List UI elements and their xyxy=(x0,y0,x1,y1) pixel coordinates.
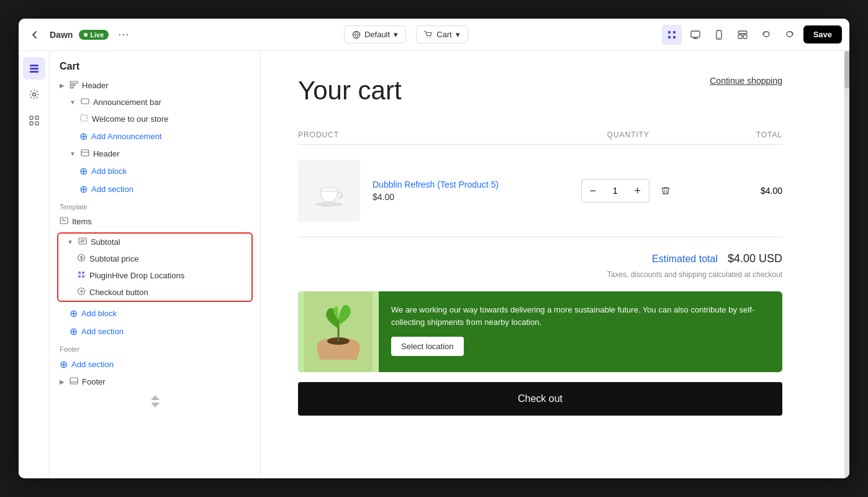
items-label: Items xyxy=(72,217,92,226)
add-section-label-1: Add section xyxy=(91,185,133,194)
svg-point-37 xyxy=(315,202,343,207)
footer-label: Footer xyxy=(82,377,106,386)
sidebar-item-pluginhive[interactable]: PluginHive Drop Locations xyxy=(58,267,251,284)
delete-item-button[interactable] xyxy=(656,181,676,201)
layout-button[interactable] xyxy=(733,25,753,45)
svg-rect-30 xyxy=(78,271,81,274)
cart-summary: Estimated total $4.00 USD Taxes, discoun… xyxy=(298,252,782,416)
svg-rect-11 xyxy=(738,35,742,39)
product-name[interactable]: Dubblin Refresh (Test Product 5) xyxy=(373,180,499,189)
sidebar-item-announcement-bar[interactable]: ▼ Announcement bar xyxy=(50,94,260,111)
svg-rect-24 xyxy=(81,99,89,104)
sidebar-item-checkout-button[interactable]: Checkout button xyxy=(58,284,251,301)
svg-point-9 xyxy=(718,37,720,38)
redo-button[interactable] xyxy=(780,25,800,45)
cart-title: Your cart xyxy=(298,76,402,106)
header-label: Header xyxy=(93,149,120,158)
item-total: $4.00 xyxy=(694,186,782,196)
sidebar-item-welcome[interactable]: Welcome to our store xyxy=(50,111,260,127)
sidebar-item-add-footer-section[interactable]: ⊕ Add section xyxy=(50,355,260,373)
svg-rect-31 xyxy=(82,271,84,274)
product-image xyxy=(298,160,360,222)
svg-rect-21 xyxy=(70,81,78,83)
theme-name: Dawn xyxy=(50,30,73,40)
topbar: Dawn Live ··· Default ▾ Cart ▾ xyxy=(19,19,849,51)
add-block-button-1[interactable]: ⊕ Add block xyxy=(50,162,260,180)
svg-rect-18 xyxy=(35,116,38,119)
svg-rect-10 xyxy=(738,31,747,34)
subtotal-label: Subtotal xyxy=(91,237,120,247)
quantity-decrease-button[interactable]: − xyxy=(582,180,604,202)
quantity-increase-button[interactable]: + xyxy=(626,180,649,202)
svg-point-38 xyxy=(320,188,338,192)
sidebar-item-items[interactable]: Items xyxy=(50,213,260,230)
sidebar-apps-icon[interactable] xyxy=(23,109,45,132)
undo-button[interactable] xyxy=(756,25,776,45)
mobile-view-button[interactable] xyxy=(709,25,729,45)
save-button[interactable]: Save xyxy=(803,25,842,43)
total-col-header: TOTAL xyxy=(694,130,782,139)
taxes-note: Taxes, discounts and shipping calculated… xyxy=(298,270,782,279)
checkout-button-label: Checkout button xyxy=(89,288,148,297)
svg-rect-14 xyxy=(30,68,38,70)
svg-rect-17 xyxy=(30,116,33,119)
svg-rect-19 xyxy=(30,122,33,125)
svg-rect-23 xyxy=(70,87,73,88)
quantity-value: 1 xyxy=(604,186,626,196)
welcome-label: Welcome to our store xyxy=(92,114,168,124)
svg-rect-25 xyxy=(81,115,87,121)
desktop-view-button[interactable] xyxy=(685,25,705,45)
subtotal-group: ▼ Subtotal Subtotal price xyxy=(57,232,253,302)
chevron-down-icon: ▾ xyxy=(394,30,398,39)
svg-rect-35 xyxy=(70,378,78,384)
sidebar-settings-icon[interactable] xyxy=(23,83,45,106)
green-banner: We are working our way towards deliverin… xyxy=(298,291,782,372)
add-section-button-1[interactable]: ⊕ Add section xyxy=(50,180,260,198)
green-banner-text: We are working our way towards deliverin… xyxy=(391,304,770,328)
add-block-label-1: Add block xyxy=(91,166,127,176)
checkout-button[interactable]: Check out xyxy=(298,382,782,416)
add-announcement-label: Add Announcement xyxy=(91,132,161,141)
svg-rect-33 xyxy=(82,275,84,278)
add-block-label-2: Add block xyxy=(81,309,117,318)
svg-rect-32 xyxy=(78,275,81,278)
svg-rect-7 xyxy=(691,31,700,37)
cart-dropdown[interactable]: Cart ▾ xyxy=(416,25,468,43)
announcement-bar-label: Announcement bar xyxy=(93,98,161,107)
svg-rect-3 xyxy=(668,31,671,34)
select-location-button[interactable]: Select location xyxy=(391,337,464,356)
svg-rect-5 xyxy=(668,36,671,39)
add-section-footer-label: Add section xyxy=(71,360,114,369)
continue-shopping-link[interactable]: Continue shopping xyxy=(710,76,782,86)
quantity-col-header: QUANTITY xyxy=(562,130,694,139)
more-menu-button[interactable]: ··· xyxy=(115,26,132,43)
live-badge: Live xyxy=(79,30,109,40)
select-tool-button[interactable] xyxy=(662,25,682,45)
default-dropdown[interactable]: Default ▾ xyxy=(344,25,406,43)
footer-section-label: Footer xyxy=(50,340,260,355)
svg-rect-26 xyxy=(81,150,89,156)
chevron-down-icon: ▾ xyxy=(456,30,460,39)
sidebar-item-header[interactable]: ▼ Header xyxy=(50,145,260,162)
add-announcement-button[interactable]: ⊕ Add Announcement xyxy=(50,127,260,145)
sidebar-item-header-section[interactable]: ▶ Header xyxy=(50,77,260,94)
back-button[interactable] xyxy=(26,26,43,43)
svg-point-1 xyxy=(428,37,428,37)
add-block-button-2[interactable]: ⊕ Add block xyxy=(50,304,260,322)
estimated-value: $4.00 USD xyxy=(728,252,782,265)
sidebar-item-subtotal-price[interactable]: Subtotal price xyxy=(58,250,251,267)
add-section-button-2[interactable]: ⊕ Add section xyxy=(50,322,260,340)
sidebar-item-footer[interactable]: ▶ Footer xyxy=(50,373,260,390)
green-banner-image xyxy=(298,291,379,372)
preview-frame: Your cart Continue shopping PRODUCT QUAN… xyxy=(261,51,844,478)
svg-point-16 xyxy=(32,93,35,96)
svg-rect-20 xyxy=(35,122,38,125)
product-col-header: PRODUCT xyxy=(298,130,562,139)
sidebar-sections-icon[interactable] xyxy=(23,57,45,80)
preview-scrollbar[interactable] xyxy=(844,51,849,478)
product-price: $4.00 xyxy=(373,192,499,202)
svg-rect-13 xyxy=(30,65,38,66)
cart-table-header: PRODUCT QUANTITY TOTAL xyxy=(298,125,782,145)
estimated-label: Estimated total xyxy=(652,253,718,265)
sidebar-item-subtotal[interactable]: ▼ Subtotal xyxy=(58,234,251,250)
